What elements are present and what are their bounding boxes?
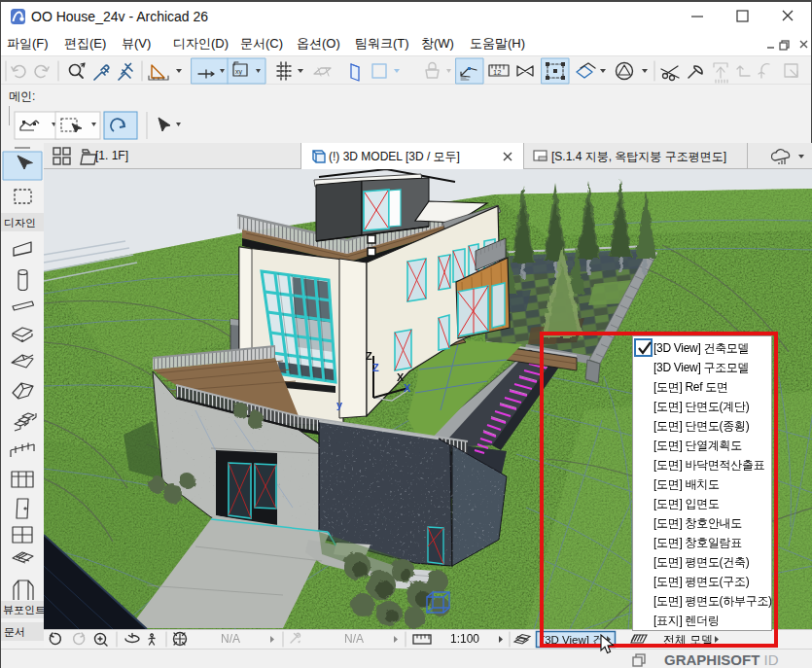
svg-text:Z: Z: [372, 362, 379, 373]
svg-text:전체 모델: 전체 모델: [663, 633, 713, 647]
svg-text:1:100: 1:100: [450, 632, 479, 646]
svg-text:N/A: N/A: [221, 632, 240, 646]
svg-text:디자인: 디자인: [4, 217, 36, 229]
svg-text:X: X: [404, 382, 411, 394]
svg-text:N/A: N/A: [344, 632, 364, 646]
svg-text:xy: xy: [235, 68, 243, 76]
svg-text:12: 12: [493, 68, 501, 77]
svg-text:뷰포인트: 뷰포인트: [3, 604, 44, 615]
svg-text:문서: 문서: [4, 626, 25, 638]
svg-text:y: y: [336, 399, 343, 410]
svg-text:Z: Z: [366, 350, 372, 362]
